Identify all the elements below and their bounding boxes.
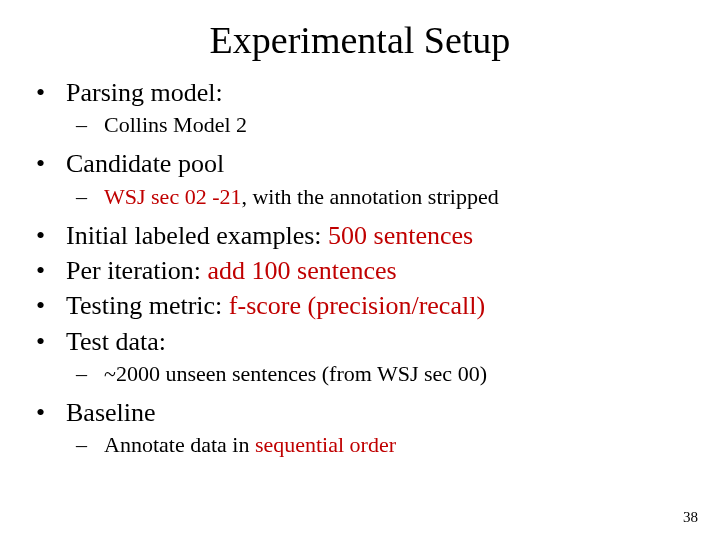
bullet-dash-icon: – — [76, 360, 104, 388]
text-wsj-highlight: WSJ sec 02 -21 — [104, 184, 241, 209]
bullet-initial: • Initial labeled examples: 500 sentence… — [36, 219, 684, 252]
text-initial-highlight: 500 sentences — [328, 221, 473, 250]
page-number: 38 — [683, 509, 698, 526]
bullet-dot-icon: • — [36, 219, 66, 252]
slide: Experimental Setup • Parsing model: – Co… — [0, 0, 720, 540]
text-per-iteration: Per iteration: add 100 sentences — [66, 254, 397, 287]
text-metric-highlight: f-score (precision/recall) — [229, 291, 485, 320]
subbullet-collins: – Collins Model 2 — [76, 111, 684, 139]
text-annotate-highlight: sequential order — [255, 432, 396, 457]
text-periter-pre: Per iteration: — [66, 256, 208, 285]
text-testdata: Test data: — [66, 325, 166, 358]
slide-title: Experimental Setup — [0, 0, 720, 76]
text-initial: Initial labeled examples: 500 sentences — [66, 219, 473, 252]
bullet-dot-icon: • — [36, 254, 66, 287]
text-annotate-pre: Annotate data in — [104, 432, 255, 457]
slide-content: • Parsing model: – Collins Model 2 • Can… — [0, 76, 720, 459]
bullet-candidate-pool: • Candidate pool — [36, 147, 684, 180]
bullet-dot-icon: • — [36, 147, 66, 180]
text-metric: Testing metric: f-score (precision/recal… — [66, 289, 485, 322]
bullet-metric: • Testing metric: f-score (precision/rec… — [36, 289, 684, 322]
text-parsing-model: Parsing model: — [66, 76, 223, 109]
subbullet-wsj: – WSJ sec 02 -21, with the annotation st… — [76, 183, 684, 211]
subbullet-unseen: – ~2000 unseen sentences (from WSJ sec 0… — [76, 360, 684, 388]
text-initial-pre: Initial labeled examples: — [66, 221, 328, 250]
text-baseline: Baseline — [66, 396, 156, 429]
bullet-dash-icon: – — [76, 111, 104, 139]
text-metric-pre: Testing metric: — [66, 291, 229, 320]
bullet-baseline: • Baseline — [36, 396, 684, 429]
bullet-testdata: • Test data: — [36, 325, 684, 358]
bullet-dash-icon: – — [76, 183, 104, 211]
bullet-dot-icon: • — [36, 76, 66, 109]
text-annotate: Annotate data in sequential order — [104, 431, 396, 459]
bullet-dot-icon: • — [36, 289, 66, 322]
bullet-per-iteration: • Per iteration: add 100 sentences — [36, 254, 684, 287]
text-collins: Collins Model 2 — [104, 111, 247, 139]
text-wsj: WSJ sec 02 -21, with the annotation stri… — [104, 183, 499, 211]
text-periter-highlight: add 100 sentences — [208, 256, 397, 285]
bullet-parsing-model: • Parsing model: — [36, 76, 684, 109]
text-wsj-rest: , with the annotation stripped — [241, 184, 498, 209]
bullet-dash-icon: – — [76, 431, 104, 459]
bullet-dot-icon: • — [36, 325, 66, 358]
text-unseen: ~2000 unseen sentences (from WSJ sec 00) — [104, 360, 487, 388]
bullet-dot-icon: • — [36, 396, 66, 429]
text-candidate-pool: Candidate pool — [66, 147, 224, 180]
subbullet-annotate: – Annotate data in sequential order — [76, 431, 684, 459]
